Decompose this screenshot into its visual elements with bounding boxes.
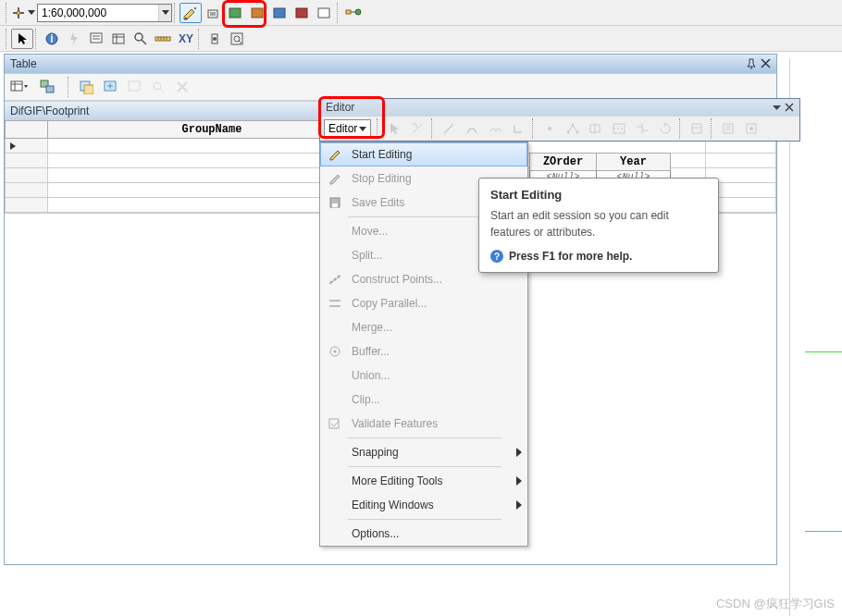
editor-titlebar[interactable]: Editor bbox=[320, 99, 799, 116]
close-icon[interactable] bbox=[761, 58, 771, 69]
pin-icon[interactable] bbox=[746, 58, 757, 69]
column-header[interactable]: Year bbox=[597, 154, 671, 171]
window-menu-icon[interactable] bbox=[773, 103, 781, 112]
svg-rect-10 bbox=[318, 8, 329, 18]
svg-text:XY: XY bbox=[179, 32, 193, 45]
svg-rect-8 bbox=[274, 8, 285, 18]
submenu-arrow-icon bbox=[516, 448, 522, 457]
menu-item: Copy Parallel... bbox=[320, 291, 527, 315]
svg-line-46 bbox=[444, 124, 453, 133]
row-selector[interactable] bbox=[6, 139, 48, 154]
menu-item-label: Buffer... bbox=[352, 345, 390, 358]
menu-item[interactable]: More Editing Tools bbox=[320, 469, 527, 493]
svg-line-51 bbox=[568, 125, 573, 132]
menu-item-label: Construct Points... bbox=[352, 273, 442, 286]
menu-item[interactable]: Editing Windows bbox=[320, 493, 527, 517]
menu-item-label: Copy Parallel... bbox=[352, 297, 427, 310]
svg-point-1 bbox=[185, 18, 187, 19]
row-selector[interactable] bbox=[6, 198, 48, 213]
nav-dropdown-arrow[interactable] bbox=[26, 3, 37, 23]
svg-point-70 bbox=[330, 281, 333, 284]
blank-icon bbox=[326, 320, 344, 335]
toolbar-btn-a[interactable] bbox=[202, 3, 224, 23]
clear-selection-icon bbox=[123, 77, 145, 97]
select-by-attributes-icon[interactable] bbox=[75, 77, 97, 97]
menu-item[interactable]: Snapping bbox=[320, 440, 527, 464]
toolbar-separator bbox=[337, 3, 341, 23]
select-arrow-button[interactable] bbox=[11, 29, 33, 49]
scale-combobox[interactable] bbox=[37, 4, 172, 22]
row-selector[interactable] bbox=[6, 154, 48, 168]
toolbar-btn-f[interactable] bbox=[313, 3, 335, 23]
pencil-gray-icon bbox=[326, 171, 344, 186]
identify-icon[interactable]: i bbox=[41, 29, 63, 49]
related-tables-icon[interactable] bbox=[38, 77, 60, 97]
flash-icon bbox=[63, 29, 85, 49]
svg-point-12 bbox=[355, 9, 361, 15]
chevron-down-icon[interactable] bbox=[158, 5, 171, 21]
edit-tool-icon bbox=[383, 118, 405, 139]
blank-icon bbox=[326, 224, 344, 239]
row-selector[interactable] bbox=[6, 168, 48, 183]
buffer-icon bbox=[326, 344, 344, 359]
menu-item-label: Save Edits bbox=[352, 196, 404, 209]
cut-polygon-icon bbox=[608, 118, 630, 139]
editor-launch-button[interactable] bbox=[180, 3, 202, 23]
blank-icon bbox=[326, 526, 344, 541]
svg-rect-3 bbox=[208, 10, 217, 18]
menu-item-label: More Editing Tools bbox=[352, 474, 443, 487]
editor-toolbar-window: Editor Editor bbox=[319, 98, 800, 142]
highlight-annotation-2 bbox=[318, 96, 385, 139]
html-popup-icon[interactable] bbox=[85, 29, 107, 49]
svg-line-23 bbox=[142, 40, 146, 44]
blank-icon bbox=[326, 392, 344, 407]
save-icon bbox=[326, 195, 344, 210]
toolbar-grip bbox=[6, 29, 9, 49]
menu-separator bbox=[348, 519, 501, 520]
tooltip-title: Start Editing bbox=[490, 188, 707, 202]
attributes-icon[interactable] bbox=[107, 29, 130, 49]
menu-item[interactable]: Start Editing bbox=[320, 142, 527, 166]
svg-rect-35 bbox=[11, 81, 22, 91]
switch-selection-icon[interactable] bbox=[99, 77, 121, 97]
menu-item-label: Split... bbox=[352, 249, 382, 262]
toolbar-separator bbox=[35, 29, 39, 49]
svg-rect-62 bbox=[724, 124, 733, 133]
menu-item: Clip... bbox=[320, 388, 527, 412]
svg-rect-60 bbox=[692, 124, 701, 133]
pencil-icon bbox=[326, 147, 344, 162]
menu-separator bbox=[348, 466, 501, 467]
right-angle-icon bbox=[507, 118, 529, 139]
watermark-text: CSDN @疯狂学习GIS bbox=[716, 596, 835, 612]
help-icon: ? bbox=[490, 250, 503, 263]
sketch-properties-icon bbox=[717, 118, 739, 139]
svg-point-71 bbox=[334, 278, 337, 281]
model-builder-icon[interactable] bbox=[342, 3, 365, 23]
scale-input[interactable] bbox=[38, 6, 158, 20]
svg-rect-68 bbox=[332, 203, 338, 207]
measure-icon[interactable] bbox=[152, 29, 174, 49]
time-slider-icon[interactable] bbox=[204, 29, 226, 49]
close-icon[interactable] bbox=[785, 103, 794, 112]
row-selector[interactable] bbox=[6, 183, 48, 198]
svg-rect-43 bbox=[129, 81, 140, 91]
nav-cross-icon[interactable] bbox=[11, 3, 26, 23]
svg-point-47 bbox=[548, 127, 551, 130]
svg-point-72 bbox=[338, 276, 341, 278]
menu-item[interactable]: Options... bbox=[320, 522, 527, 546]
toolbar-separator bbox=[431, 118, 435, 139]
toolbar-btn-e[interactable] bbox=[291, 3, 313, 23]
zoom-window-icon[interactable] bbox=[226, 29, 248, 49]
panel-divider bbox=[789, 59, 790, 616]
find-icon[interactable] bbox=[130, 29, 152, 49]
table-options-dropdown[interactable] bbox=[8, 77, 31, 97]
editor-toolbar-row: Editor bbox=[320, 116, 799, 141]
svg-rect-9 bbox=[296, 8, 307, 18]
grid-cell[interactable] bbox=[705, 154, 775, 168]
menu-item: Buffer... bbox=[320, 339, 527, 363]
column-header[interactable]: ZOrder bbox=[530, 154, 597, 171]
goto-xy-icon[interactable]: XY bbox=[174, 29, 196, 49]
toolbar-grip bbox=[6, 3, 9, 23]
toolbar-btn-d[interactable] bbox=[268, 3, 291, 23]
svg-point-66 bbox=[749, 127, 753, 130]
